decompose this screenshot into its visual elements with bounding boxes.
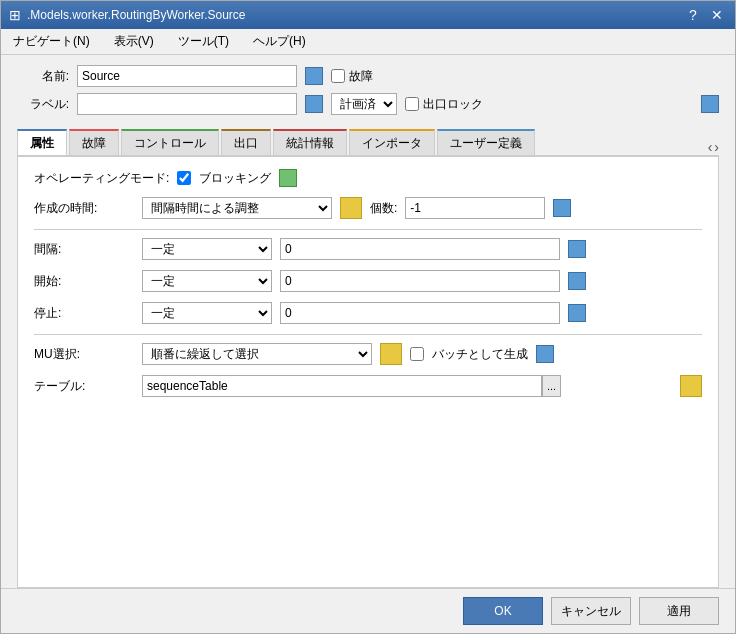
fault-checkbox[interactable] bbox=[331, 69, 345, 83]
menu-tools[interactable]: ツール(T) bbox=[174, 31, 233, 52]
start-label: 開始: bbox=[34, 273, 134, 290]
separator1 bbox=[34, 229, 702, 230]
tab-prev-button[interactable]: ‹ bbox=[708, 139, 713, 155]
interval-label: 間隔: bbox=[34, 241, 134, 258]
title-bar-icon: ⊞ bbox=[9, 7, 21, 23]
interval-input[interactable] bbox=[280, 238, 560, 260]
count-color-btn[interactable] bbox=[553, 199, 571, 217]
exit-lock-label: 出口ロック bbox=[423, 96, 483, 113]
stop-input[interactable] bbox=[280, 302, 560, 324]
stop-dropdown[interactable]: 一定 bbox=[142, 302, 272, 324]
exit-lock-row: 出口ロック bbox=[405, 96, 483, 113]
footer: OK キャンセル 適用 bbox=[1, 588, 735, 633]
menu-navigate[interactable]: ナビゲート(N) bbox=[9, 31, 94, 52]
tabs-area: 属性 故障 コントロール 出口 統計情報 インポータ ユーザー定義 ‹ › bbox=[1, 129, 735, 157]
tab-nav-buttons: ‹ › bbox=[708, 139, 719, 155]
start-dropdown[interactable]: 一定 bbox=[142, 270, 272, 292]
interval-dropdown[interactable]: 一定 bbox=[142, 238, 272, 260]
table-yellow-btn[interactable] bbox=[680, 375, 702, 397]
close-button[interactable]: ✕ bbox=[707, 5, 727, 25]
menu-bar: ナビゲート(N) 表示(V) ツール(T) ヘルプ(H) bbox=[1, 29, 735, 55]
table-label: テーブル: bbox=[34, 378, 134, 395]
count-input[interactable] bbox=[405, 197, 545, 219]
tabs-header: 属性 故障 コントロール 出口 統計情報 インポータ ユーザー定義 ‹ › bbox=[17, 129, 719, 157]
operating-mode-value: ブロッキング bbox=[199, 170, 271, 187]
menu-view[interactable]: 表示(V) bbox=[110, 31, 158, 52]
mu-select-row: MU選択: 順番に繰返して選択 バッチとして生成 bbox=[34, 343, 702, 365]
creation-time-dropdown[interactable]: 間隔時間による調整 bbox=[142, 197, 332, 219]
dialog: ⊞ .Models.worker.RoutingByWorker.Source … bbox=[0, 0, 736, 634]
operating-mode-label: オペレーティングモード: bbox=[34, 170, 169, 187]
creation-time-label: 作成の時間: bbox=[34, 200, 134, 217]
tab-next-button[interactable]: › bbox=[714, 139, 719, 155]
count-label: 個数: bbox=[370, 200, 397, 217]
operating-mode-row: オペレーティングモード: ブロッキング bbox=[34, 169, 702, 187]
name-row: 名前: 故障 bbox=[17, 65, 719, 87]
tab-panel: オペレーティングモード: ブロッキング 作成の時間: 間隔時間による調整 個数:… bbox=[17, 157, 719, 588]
title-bar: ⊞ .Models.worker.RoutingByWorker.Source … bbox=[1, 1, 735, 29]
label-input[interactable] bbox=[77, 93, 297, 115]
status-dropdown[interactable]: 計画済 bbox=[331, 93, 397, 115]
mu-select-label: MU選択: bbox=[34, 346, 134, 363]
name-color-button[interactable] bbox=[305, 67, 323, 85]
mu-select-yellow-btn[interactable] bbox=[380, 343, 402, 365]
title-bar-buttons: ? ✕ bbox=[683, 5, 727, 25]
exit-lock-color-btn[interactable] bbox=[701, 95, 719, 113]
ok-button[interactable]: OK bbox=[463, 597, 543, 625]
name-label: 名前: bbox=[17, 68, 69, 85]
help-button[interactable]: ? bbox=[683, 5, 703, 25]
start-row: 開始: 一定 bbox=[34, 270, 702, 292]
creation-time-yellow-btn[interactable] bbox=[340, 197, 362, 219]
separator2 bbox=[34, 334, 702, 335]
fault-checkbox-row: 故障 bbox=[331, 68, 373, 85]
table-row: テーブル: ... bbox=[34, 375, 702, 397]
label-color-button[interactable] bbox=[305, 95, 323, 113]
batch-color-btn[interactable] bbox=[536, 345, 554, 363]
tab-importer[interactable]: インポータ bbox=[349, 129, 435, 155]
menu-help[interactable]: ヘルプ(H) bbox=[249, 31, 310, 52]
mu-select-dropdown[interactable]: 順番に繰返して選択 bbox=[142, 343, 372, 365]
exit-lock-checkbox[interactable] bbox=[405, 97, 419, 111]
stop-row: 停止: 一定 bbox=[34, 302, 702, 324]
tab-control[interactable]: コントロール bbox=[121, 129, 219, 155]
form-area: 名前: 故障 ラベル: 計画済 出口ロック bbox=[1, 55, 735, 129]
title-bar-title: .Models.worker.RoutingByWorker.Source bbox=[27, 8, 246, 22]
title-bar-left: ⊞ .Models.worker.RoutingByWorker.Source bbox=[9, 7, 246, 23]
operating-mode-checkbox[interactable] bbox=[177, 171, 191, 185]
interval-row: 間隔: 一定 bbox=[34, 238, 702, 260]
tab-fault[interactable]: 故障 bbox=[69, 129, 119, 155]
creation-time-row: 作成の時間: 間隔時間による調整 個数: bbox=[34, 197, 702, 219]
name-input[interactable] bbox=[77, 65, 297, 87]
stop-label: 停止: bbox=[34, 305, 134, 322]
start-input[interactable] bbox=[280, 270, 560, 292]
label-label: ラベル: bbox=[17, 96, 69, 113]
start-color-btn[interactable] bbox=[568, 272, 586, 290]
fault-label: 故障 bbox=[349, 68, 373, 85]
operating-mode-green-btn[interactable] bbox=[279, 169, 297, 187]
tab-userdef[interactable]: ユーザー定義 bbox=[437, 129, 535, 155]
interval-color-btn[interactable] bbox=[568, 240, 586, 258]
tab-output[interactable]: 出口 bbox=[221, 129, 271, 155]
stop-color-btn[interactable] bbox=[568, 304, 586, 322]
batch-create-label: バッチとして生成 bbox=[432, 346, 528, 363]
cancel-button[interactable]: キャンセル bbox=[551, 597, 631, 625]
tab-attributes[interactable]: 属性 bbox=[17, 129, 67, 155]
apply-button[interactable]: 適用 bbox=[639, 597, 719, 625]
tab-stats[interactable]: 統計情報 bbox=[273, 129, 347, 155]
table-input[interactable] bbox=[142, 375, 542, 397]
table-dots-button[interactable]: ... bbox=[542, 375, 561, 397]
batch-create-checkbox[interactable] bbox=[410, 347, 424, 361]
seq-table-container: ... bbox=[142, 375, 672, 397]
label-row: ラベル: 計画済 出口ロック bbox=[17, 93, 719, 115]
